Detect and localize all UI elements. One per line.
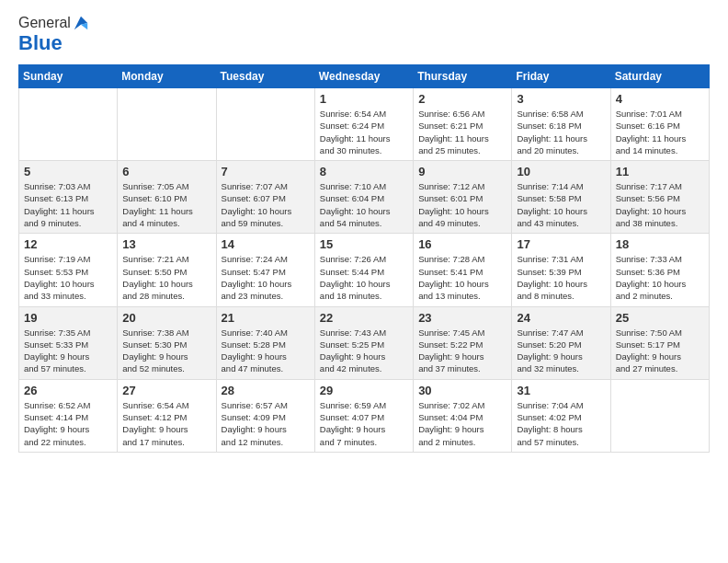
calendar: SundayMondayTuesdayWednesdayThursdayFrid… bbox=[18, 64, 710, 453]
day-number: 10 bbox=[517, 165, 605, 178]
calendar-cell: 11Sunrise: 7:17 AMSunset: 5:56 PMDayligh… bbox=[610, 161, 709, 234]
calendar-cell bbox=[19, 88, 118, 161]
day-number: 8 bbox=[320, 165, 408, 178]
weekday-row: SundayMondayTuesdayWednesdayThursdayFrid… bbox=[19, 65, 710, 88]
calendar-cell: 5Sunrise: 7:03 AMSunset: 6:13 PMDaylight… bbox=[19, 161, 118, 234]
day-number: 26 bbox=[24, 384, 112, 397]
day-number: 30 bbox=[418, 384, 506, 397]
calendar-cell: 1Sunrise: 6:54 AMSunset: 6:24 PMDaylight… bbox=[314, 88, 413, 161]
day-info: Sunrise: 7:24 AMSunset: 5:47 PMDaylight:… bbox=[222, 253, 310, 302]
calendar-cell: 20Sunrise: 7:38 AMSunset: 5:30 PMDayligh… bbox=[118, 306, 216, 379]
calendar-cell: 13Sunrise: 7:21 AMSunset: 5:50 PMDayligh… bbox=[118, 234, 216, 306]
day-number: 3 bbox=[517, 92, 605, 106]
calendar-cell bbox=[118, 88, 216, 161]
day-info: Sunrise: 7:10 AMSunset: 6:04 PMDaylight:… bbox=[320, 180, 408, 229]
day-number: 28 bbox=[222, 384, 310, 397]
day-number: 24 bbox=[517, 311, 605, 325]
calendar-cell: 15Sunrise: 7:26 AMSunset: 5:44 PMDayligh… bbox=[314, 234, 413, 306]
day-number: 20 bbox=[122, 311, 210, 325]
day-info: Sunrise: 7:50 AMSunset: 5:17 PMDaylight:… bbox=[616, 327, 704, 375]
calendar-cell: 26Sunrise: 6:52 AMSunset: 4:14 PMDayligh… bbox=[19, 379, 118, 452]
calendar-week-1: 1Sunrise: 6:54 AMSunset: 6:24 PMDaylight… bbox=[19, 88, 710, 161]
day-number: 23 bbox=[418, 311, 506, 325]
calendar-cell bbox=[610, 379, 709, 452]
day-info: Sunrise: 6:57 AMSunset: 4:09 PMDaylight:… bbox=[222, 399, 310, 448]
calendar-cell: 9Sunrise: 7:12 AMSunset: 6:01 PMDaylight… bbox=[414, 161, 512, 234]
day-info: Sunrise: 6:54 AMSunset: 6:24 PMDaylight:… bbox=[320, 108, 408, 156]
day-number: 29 bbox=[320, 384, 408, 397]
calendar-cell: 30Sunrise: 7:02 AMSunset: 4:04 PMDayligh… bbox=[414, 379, 512, 452]
calendar-cell: 16Sunrise: 7:28 AMSunset: 5:41 PMDayligh… bbox=[414, 234, 512, 306]
day-info: Sunrise: 7:35 AMSunset: 5:33 PMDaylight:… bbox=[24, 327, 112, 375]
day-number: 25 bbox=[616, 311, 704, 325]
day-info: Sunrise: 7:45 AMSunset: 5:22 PMDaylight:… bbox=[418, 327, 506, 375]
calendar-header: SundayMondayTuesdayWednesdayThursdayFrid… bbox=[19, 65, 710, 88]
day-info: Sunrise: 7:33 AMSunset: 5:36 PMDaylight:… bbox=[616, 253, 704, 302]
logo-icon bbox=[73, 15, 89, 31]
calendar-cell: 19Sunrise: 7:35 AMSunset: 5:33 PMDayligh… bbox=[19, 306, 118, 379]
day-info: Sunrise: 7:19 AMSunset: 5:53 PMDaylight:… bbox=[24, 253, 112, 302]
weekday-header-sunday: Sunday bbox=[19, 65, 118, 88]
calendar-cell: 4Sunrise: 7:01 AMSunset: 6:16 PMDaylight… bbox=[610, 88, 709, 161]
calendar-week-5: 26Sunrise: 6:52 AMSunset: 4:14 PMDayligh… bbox=[19, 379, 710, 452]
day-info: Sunrise: 7:28 AMSunset: 5:41 PMDaylight:… bbox=[418, 253, 506, 302]
day-info: Sunrise: 7:03 AMSunset: 6:13 PMDaylight:… bbox=[24, 180, 112, 229]
day-info: Sunrise: 6:58 AMSunset: 6:18 PMDaylight:… bbox=[517, 108, 605, 156]
day-number: 21 bbox=[222, 311, 310, 325]
calendar-cell: 22Sunrise: 7:43 AMSunset: 5:25 PMDayligh… bbox=[314, 306, 413, 379]
day-number: 18 bbox=[616, 237, 704, 251]
day-number: 4 bbox=[616, 92, 704, 106]
day-number: 1 bbox=[320, 92, 408, 106]
calendar-cell: 17Sunrise: 7:31 AMSunset: 5:39 PMDayligh… bbox=[512, 234, 610, 306]
day-info: Sunrise: 7:07 AMSunset: 6:07 PMDaylight:… bbox=[222, 180, 310, 229]
day-info: Sunrise: 6:54 AMSunset: 4:12 PMDaylight:… bbox=[122, 399, 210, 448]
day-info: Sunrise: 7:21 AMSunset: 5:50 PMDaylight:… bbox=[122, 253, 210, 302]
day-number: 7 bbox=[222, 165, 310, 178]
page: General Blue SundayMondayTuesdayWednesda… bbox=[0, 0, 728, 464]
weekday-header-thursday: Thursday bbox=[414, 65, 512, 88]
calendar-cell: 10Sunrise: 7:14 AMSunset: 5:58 PMDayligh… bbox=[512, 161, 610, 234]
calendar-cell bbox=[216, 88, 314, 161]
calendar-cell: 14Sunrise: 7:24 AMSunset: 5:47 PMDayligh… bbox=[216, 234, 314, 306]
calendar-cell: 25Sunrise: 7:50 AMSunset: 5:17 PMDayligh… bbox=[610, 306, 709, 379]
calendar-cell: 28Sunrise: 6:57 AMSunset: 4:09 PMDayligh… bbox=[216, 379, 314, 452]
day-info: Sunrise: 7:31 AMSunset: 5:39 PMDaylight:… bbox=[517, 253, 605, 302]
calendar-cell: 2Sunrise: 6:56 AMSunset: 6:21 PMDaylight… bbox=[414, 88, 512, 161]
day-info: Sunrise: 7:05 AMSunset: 6:10 PMDaylight:… bbox=[122, 180, 210, 229]
day-info: Sunrise: 7:14 AMSunset: 5:58 PMDaylight:… bbox=[517, 180, 605, 229]
day-number: 16 bbox=[418, 237, 506, 251]
day-number: 19 bbox=[24, 311, 112, 325]
day-info: Sunrise: 6:52 AMSunset: 4:14 PMDaylight:… bbox=[24, 399, 112, 448]
day-number: 5 bbox=[24, 165, 112, 178]
day-number: 13 bbox=[122, 237, 210, 251]
day-info: Sunrise: 7:40 AMSunset: 5:28 PMDaylight:… bbox=[222, 327, 310, 375]
day-info: Sunrise: 7:26 AMSunset: 5:44 PMDaylight:… bbox=[320, 253, 408, 302]
day-number: 2 bbox=[418, 92, 506, 106]
calendar-cell: 27Sunrise: 6:54 AMSunset: 4:12 PMDayligh… bbox=[118, 379, 216, 452]
header: General Blue bbox=[18, 15, 710, 55]
logo-general-text: General bbox=[18, 15, 71, 31]
calendar-cell: 21Sunrise: 7:40 AMSunset: 5:28 PMDayligh… bbox=[216, 306, 314, 379]
weekday-header-friday: Friday bbox=[512, 65, 610, 88]
day-number: 6 bbox=[122, 165, 210, 178]
weekday-header-saturday: Saturday bbox=[610, 65, 709, 88]
day-info: Sunrise: 6:56 AMSunset: 6:21 PMDaylight:… bbox=[418, 108, 506, 156]
calendar-week-3: 12Sunrise: 7:19 AMSunset: 5:53 PMDayligh… bbox=[19, 234, 710, 306]
calendar-cell: 8Sunrise: 7:10 AMSunset: 6:04 PMDaylight… bbox=[314, 161, 413, 234]
calendar-week-2: 5Sunrise: 7:03 AMSunset: 6:13 PMDaylight… bbox=[19, 161, 710, 234]
logo: General Blue bbox=[18, 15, 89, 55]
calendar-cell: 7Sunrise: 7:07 AMSunset: 6:07 PMDaylight… bbox=[216, 161, 314, 234]
day-number: 11 bbox=[616, 165, 704, 178]
calendar-week-4: 19Sunrise: 7:35 AMSunset: 5:33 PMDayligh… bbox=[19, 306, 710, 379]
day-number: 15 bbox=[320, 237, 408, 251]
calendar-cell: 6Sunrise: 7:05 AMSunset: 6:10 PMDaylight… bbox=[118, 161, 216, 234]
day-info: Sunrise: 7:17 AMSunset: 5:56 PMDaylight:… bbox=[616, 180, 704, 229]
day-info: Sunrise: 7:38 AMSunset: 5:30 PMDaylight:… bbox=[122, 327, 210, 375]
weekday-header-monday: Monday bbox=[118, 65, 216, 88]
day-number: 31 bbox=[517, 384, 605, 397]
day-info: Sunrise: 7:01 AMSunset: 6:16 PMDaylight:… bbox=[616, 108, 704, 156]
calendar-cell: 18Sunrise: 7:33 AMSunset: 5:36 PMDayligh… bbox=[610, 234, 709, 306]
day-info: Sunrise: 7:12 AMSunset: 6:01 PMDaylight:… bbox=[418, 180, 506, 229]
day-info: Sunrise: 7:02 AMSunset: 4:04 PMDaylight:… bbox=[418, 399, 506, 448]
calendar-cell: 29Sunrise: 6:59 AMSunset: 4:07 PMDayligh… bbox=[314, 379, 413, 452]
